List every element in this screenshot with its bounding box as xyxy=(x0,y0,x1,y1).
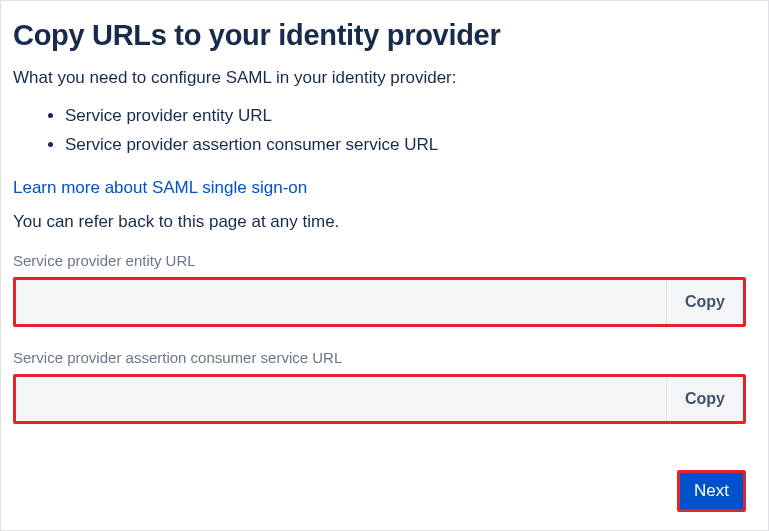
copy-entity-url-button[interactable]: Copy xyxy=(666,280,743,324)
acs-url-group: Service provider assertion consumer serv… xyxy=(13,349,746,424)
entity-url-input[interactable] xyxy=(16,280,666,324)
entity-url-row: Copy xyxy=(13,277,746,327)
saml-config-panel: Copy URLs to your identity provider What… xyxy=(0,0,769,531)
acs-url-label: Service provider assertion consumer serv… xyxy=(13,349,746,366)
refer-back-text: You can refer back to this page at any t… xyxy=(13,212,746,232)
next-button[interactable]: Next xyxy=(677,470,746,512)
acs-url-row: Copy xyxy=(13,374,746,424)
learn-more-link[interactable]: Learn more about SAML single sign-on xyxy=(13,178,307,198)
actions-row: Next xyxy=(677,470,746,512)
intro-text: What you need to configure SAML in your … xyxy=(13,68,746,88)
list-item: Service provider entity URL xyxy=(65,102,746,131)
acs-url-input[interactable] xyxy=(16,377,666,421)
entity-url-group: Service provider entity URL Copy xyxy=(13,252,746,327)
page-title: Copy URLs to your identity provider xyxy=(13,19,746,52)
requirements-list: Service provider entity URL Service prov… xyxy=(65,102,746,160)
copy-acs-url-button[interactable]: Copy xyxy=(666,377,743,421)
list-item: Service provider assertion consumer serv… xyxy=(65,131,746,160)
entity-url-label: Service provider entity URL xyxy=(13,252,746,269)
